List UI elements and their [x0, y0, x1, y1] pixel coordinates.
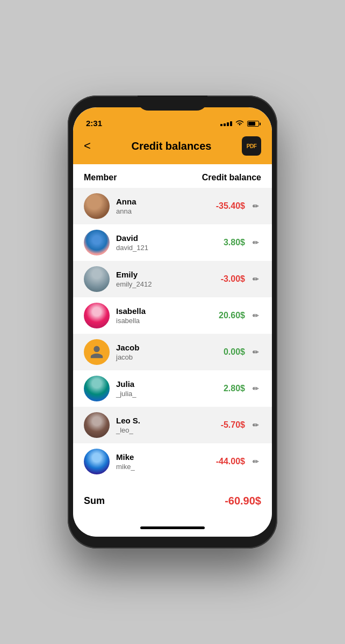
member-name-mike: Mike: [116, 452, 207, 462]
member-row: Isabella isabella 20.60$ ✏: [73, 297, 272, 334]
phone-frame: 2:31: [68, 96, 277, 548]
notch: [138, 96, 207, 111]
column-headers: Member Credit balance: [73, 164, 272, 188]
member-balance-leo: -5.70$: [207, 420, 245, 430]
member-info-david: David david_121: [116, 233, 207, 252]
status-bar: 2:31: [73, 107, 272, 131]
edit-button-mike[interactable]: ✏: [250, 457, 261, 466]
content-area: Member Credit balance Anna anna -35.40$ …: [73, 164, 272, 518]
member-balance-isabella: 20.60$: [207, 311, 245, 320]
member-username-david: david_121: [116, 244, 207, 252]
member-username-leo: _leo_: [116, 426, 207, 434]
member-row: Julia _julia_ 2.80$ ✏: [73, 370, 272, 407]
status-time: 2:31: [86, 119, 102, 128]
avatar-emily: [84, 266, 110, 292]
member-name-emily: Emily: [116, 270, 207, 279]
member-list: Anna anna -35.40$ ✏ David david_121 3.80…: [73, 188, 272, 480]
column-member: Member: [84, 173, 117, 182]
member-info-isabella: Isabella isabella: [116, 306, 207, 325]
page-title: Credit balances: [101, 140, 242, 152]
home-bar: [140, 526, 205, 529]
member-name-isabella: Isabella: [116, 306, 207, 316]
phone-screen: 2:31: [73, 107, 272, 537]
column-credit-balance: Credit balance: [202, 173, 261, 182]
member-balance-emily: -3.00$: [207, 274, 245, 284]
member-name-leo: Leo S.: [116, 416, 207, 425]
avatar-isabella: [84, 303, 110, 328]
home-indicator: [73, 518, 272, 537]
edit-button-isabella[interactable]: ✏: [250, 311, 261, 320]
edit-button-david[interactable]: ✏: [250, 238, 261, 247]
member-row: Anna anna -35.40$ ✏: [73, 188, 272, 224]
avatar-david: [84, 230, 110, 255]
pdf-button[interactable]: PDF: [242, 136, 261, 156]
edit-button-julia[interactable]: ✏: [250, 384, 261, 393]
member-info-leo: Leo S. _leo_: [116, 416, 207, 434]
sum-value: -60.90$: [225, 495, 261, 507]
sum-label: Sum: [84, 495, 105, 507]
avatar-julia: [84, 376, 110, 401]
member-row: Jacob jacob 0.00$ ✏: [73, 334, 272, 370]
edit-button-jacob[interactable]: ✏: [250, 348, 261, 356]
member-row: Mike mike_ -44.00$ ✏: [73, 443, 272, 480]
member-name-jacob: Jacob: [116, 343, 207, 352]
member-balance-julia: 2.80$: [207, 384, 245, 393]
member-row: David david_121 3.80$ ✏: [73, 224, 272, 261]
member-balance-mike: -44.00$: [207, 457, 245, 466]
member-username-jacob: jacob: [116, 353, 207, 361]
member-username-isabella: isabella: [116, 317, 207, 325]
member-balance-david: 3.80$: [207, 238, 245, 247]
member-name-julia: Julia: [116, 379, 207, 389]
member-info-anna: Anna anna: [116, 197, 207, 215]
battery-icon: [247, 121, 259, 127]
member-info-emily: Emily emily_2412: [116, 270, 207, 288]
avatar-mike: [84, 449, 110, 474]
member-balance-jacob: 0.00$: [207, 347, 245, 357]
member-name-anna: Anna: [116, 197, 207, 206]
signal-icon: [220, 121, 232, 126]
member-row: Leo S. _leo_ -5.70$ ✏: [73, 407, 272, 443]
member-info-julia: Julia _julia_: [116, 379, 207, 398]
wifi-icon: [235, 120, 244, 128]
member-info-jacob: Jacob jacob: [116, 343, 207, 361]
status-icons: [220, 120, 259, 128]
header: < Credit balances PDF: [73, 131, 272, 164]
avatar-anna: [84, 193, 110, 219]
avatar-leo: [84, 412, 110, 438]
member-username-mike: mike_: [116, 463, 207, 471]
edit-button-leo[interactable]: ✏: [250, 421, 261, 429]
back-button[interactable]: <: [84, 139, 101, 153]
member-info-mike: Mike mike_: [116, 452, 207, 471]
member-row: Emily emily_2412 -3.00$ ✏: [73, 261, 272, 297]
member-username-emily: emily_2412: [116, 280, 207, 288]
edit-button-emily[interactable]: ✏: [250, 275, 261, 283]
member-username-julia: _julia_: [116, 390, 207, 398]
edit-button-anna[interactable]: ✏: [250, 202, 261, 210]
member-balance-anna: -35.40$: [207, 201, 245, 211]
member-username-anna: anna: [116, 207, 207, 215]
sum-row: Sum -60.90$: [73, 484, 272, 518]
avatar-jacob: [84, 339, 110, 365]
member-name-david: David: [116, 233, 207, 243]
